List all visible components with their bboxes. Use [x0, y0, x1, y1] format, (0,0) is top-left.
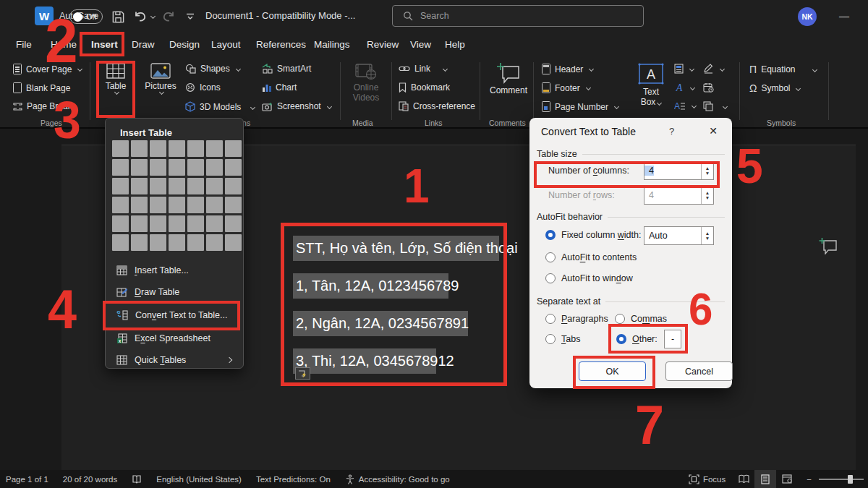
table-grid-cell[interactable] — [206, 178, 223, 194]
account-avatar[interactable]: NK — [798, 7, 817, 26]
tab-review[interactable]: Review — [364, 32, 401, 56]
table-grid-cell[interactable] — [131, 159, 148, 176]
table-grid-cell[interactable] — [150, 178, 166, 194]
header-button[interactable]: Header — [542, 64, 593, 74]
dialog-close-button[interactable]: ✕ — [705, 123, 722, 139]
table-grid-cell[interactable] — [206, 159, 223, 176]
accessibility-status[interactable]: Accessibility: Good to go — [338, 470, 457, 488]
3d-models-button[interactable]: 3D Models — [185, 101, 241, 112]
pictures-button[interactable]: Pictures — [143, 62, 178, 94]
icons-button[interactable]: Icons — [185, 82, 221, 93]
table-grid-cell[interactable] — [187, 197, 204, 213]
shapes-button[interactable]: Shapes — [185, 64, 240, 74]
proofing-status[interactable] — [124, 470, 149, 488]
table-grid-cell[interactable] — [206, 140, 223, 157]
read-mode-button[interactable] — [733, 470, 754, 488]
customize-quick-access-button[interactable] — [182, 9, 198, 25]
word-count[interactable]: 20 of 20 words — [56, 470, 124, 488]
table-grid-cell[interactable] — [112, 178, 129, 194]
fixed-width-input[interactable]: Auto ▲▼ — [644, 226, 714, 245]
menu-item-draw-table[interactable]: Draw Table — [110, 282, 240, 301]
menu-item-excel-spreadsheet[interactable]: x Excel Spreadsheet — [110, 328, 240, 348]
wordart-button[interactable]: A — [674, 82, 694, 93]
symbol-button[interactable]: Ω Symbol — [749, 82, 800, 94]
table-grid-cell[interactable] — [187, 215, 204, 232]
table-grid-cell[interactable] — [112, 215, 129, 232]
commas-radio[interactable] — [615, 314, 625, 324]
table-grid-cell[interactable] — [206, 215, 223, 232]
tab-draw[interactable]: Draw — [129, 32, 158, 56]
fixed-width-spinner[interactable]: ▲▼ — [701, 227, 713, 244]
new-comment-button[interactable]: Comment — [488, 62, 529, 95]
signature-line-button[interactable] — [703, 64, 724, 74]
table-grid-cell[interactable] — [187, 159, 204, 176]
menu-item-quick-tables[interactable]: Quick Tables — [110, 350, 240, 369]
screenshot-button[interactable]: Screenshot — [262, 101, 331, 111]
tab-mailings[interactable]: Mailings — [311, 32, 353, 56]
table-grid-cell[interactable] — [187, 234, 204, 251]
undo-chevron-icon[interactable] — [150, 14, 156, 19]
table-grid-cell[interactable] — [150, 140, 166, 157]
table-grid-cell[interactable] — [169, 234, 185, 251]
table-grid-cell[interactable] — [187, 140, 204, 157]
table-grid-cell[interactable] — [150, 215, 166, 232]
table-grid-cell[interactable] — [131, 178, 148, 194]
drop-cap-button[interactable]: A — [674, 101, 696, 111]
table-grid-cell[interactable] — [169, 140, 185, 157]
link-button[interactable]: Link — [399, 64, 447, 74]
add-comment-anchor[interactable] — [819, 237, 838, 254]
save-button[interactable] — [110, 9, 126, 25]
table-grid-cell[interactable] — [225, 159, 242, 176]
focus-mode-button[interactable]: Focus — [681, 470, 733, 488]
table-grid-cell[interactable] — [150, 234, 166, 251]
zoom-out-button[interactable]: − — [798, 470, 814, 488]
table-grid-cell[interactable] — [112, 234, 129, 251]
text-predictions-status[interactable]: Text Predictions: On — [249, 470, 338, 488]
zoom-slider[interactable] — [819, 479, 864, 480]
table-grid-cell[interactable] — [169, 178, 185, 194]
tab-help[interactable]: Help — [442, 32, 468, 56]
search-input[interactable]: Search — [392, 5, 644, 27]
table-grid-cell[interactable] — [169, 197, 185, 213]
tab-layout[interactable]: Layout — [208, 32, 244, 56]
table-grid-cell[interactable] — [225, 234, 242, 251]
menu-item-insert-table[interactable]: Insert Table... — [110, 260, 240, 280]
table-grid-cell[interactable] — [131, 234, 148, 251]
dialog-help-button[interactable]: ? — [669, 126, 674, 137]
quick-parts-button[interactable] — [674, 64, 694, 74]
page-info[interactable]: Page 1 of 1 — [0, 470, 56, 488]
bookmark-button[interactable]: Bookmark — [399, 82, 450, 93]
table-grid-cell[interactable] — [112, 197, 129, 213]
print-layout-button[interactable] — [754, 470, 776, 488]
table-grid-cell[interactable] — [206, 234, 223, 251]
page-number-button[interactable]: Page Number — [542, 101, 618, 112]
smartart-button[interactable]: SmartArt — [262, 64, 311, 74]
table-grid-cell[interactable] — [187, 178, 204, 194]
table-grid-cell[interactable] — [225, 215, 242, 232]
tab-references[interactable]: References — [253, 32, 309, 56]
table-grid-cell[interactable] — [131, 140, 148, 157]
table-grid-cell[interactable] — [112, 159, 129, 176]
tabs-radio[interactable] — [545, 334, 556, 344]
table-grid-cell[interactable] — [131, 215, 148, 232]
cross-reference-button[interactable]: Cross-reference — [399, 101, 475, 111]
minimize-button[interactable]: — — [836, 9, 852, 23]
table-grid-cell[interactable] — [225, 140, 242, 157]
web-layout-button[interactable] — [776, 470, 798, 488]
autofit-contents-radio[interactable] — [545, 252, 556, 262]
undo-button[interactable] — [132, 9, 148, 25]
tab-design[interactable]: Design — [166, 32, 203, 56]
chart-button[interactable]: Chart — [262, 82, 297, 93]
equation-button[interactable]: Π Equation — [749, 64, 817, 75]
table-grid-cell[interactable] — [169, 215, 185, 232]
table-grid-cell[interactable] — [150, 159, 166, 176]
date-time-button[interactable] — [703, 82, 714, 93]
3d-models-chevron-icon[interactable] — [250, 105, 255, 110]
table-grid-cell[interactable] — [169, 159, 185, 176]
fixed-column-width-radio[interactable] — [545, 230, 556, 240]
tab-view[interactable]: View — [407, 32, 434, 56]
language-status[interactable]: English (United States) — [149, 470, 249, 488]
rows-spinner[interactable]: ▲▼ — [701, 187, 713, 204]
table-grid-cell[interactable] — [112, 140, 129, 157]
table-grid-cell[interactable] — [225, 178, 242, 194]
